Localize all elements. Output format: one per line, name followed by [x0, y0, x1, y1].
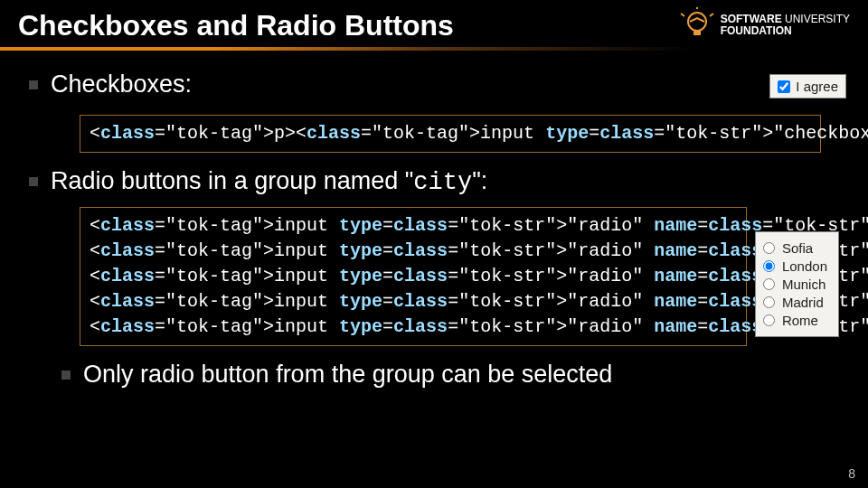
bullet-icon: [29, 177, 38, 186]
city-label: Rome: [782, 313, 818, 328]
city-label: Munich: [782, 277, 826, 292]
code-block-checkbox: <class="tok-tag">p><class="tok-tag">inpu…: [80, 115, 821, 153]
logo-line2: UNIVERSITY: [785, 13, 850, 25]
city-radio[interactable]: [763, 296, 775, 308]
bullet-checkboxes: Checkboxes:: [29, 70, 192, 99]
bullet-text: Checkboxes:: [51, 70, 192, 99]
logo-text: SOFTWARE UNIVERSITY FOUNDATION: [721, 14, 850, 36]
bullet-icon: [29, 80, 38, 89]
title-underline: [0, 47, 868, 51]
city-radio[interactable]: [763, 278, 775, 290]
bullet-text: Only radio button from the group can be …: [83, 361, 612, 389]
page-number: 8: [848, 466, 855, 481]
content: Checkboxes: I agree <class="tok-tag">p><…: [0, 63, 868, 389]
page-title: Checkboxes and Radio Buttons: [18, 9, 454, 42]
bullet-text: Radio buttons in a group named "city":: [51, 167, 487, 196]
lightbulb-icon: [679, 7, 715, 43]
radio-option[interactable]: Rome: [763, 313, 827, 328]
checkbox-demo: I agree: [769, 74, 846, 99]
logo: SOFTWARE UNIVERSITY FOUNDATION: [679, 7, 850, 43]
bullet-radio: Radio buttons in a group named "city":: [29, 167, 846, 196]
city-label: London: [782, 258, 827, 274]
bullet-post: ":: [472, 167, 487, 194]
radio-option[interactable]: Munich: [763, 277, 827, 292]
city-radio[interactable]: [763, 242, 775, 254]
city-label: Madrid: [782, 295, 824, 310]
svg-line-4: [710, 14, 713, 16]
code-block-radio: <class="tok-tag">input type=class="tok-s…: [80, 207, 747, 346]
bullet-pre: Radio buttons in a group named ": [51, 167, 413, 194]
radio-option[interactable]: Madrid: [763, 295, 827, 310]
radio-option[interactable]: Sofia: [763, 240, 827, 256]
title-bar: Checkboxes and Radio Buttons SOFTWARE UN…: [0, 0, 868, 47]
bullet-mono: city: [413, 169, 472, 196]
logo-line3: FOUNDATION: [721, 24, 792, 37]
agree-label: I agree: [796, 79, 838, 94]
bullet-icon: [61, 371, 71, 380]
svg-line-3: [681, 14, 684, 16]
bullet-only: Only radio button from the group can be …: [61, 361, 846, 389]
radio-demo: SofiaLondonMunichMadridRome: [755, 231, 839, 337]
agree-checkbox[interactable]: [778, 80, 790, 93]
city-radio[interactable]: [763, 260, 775, 272]
city-label: Sofia: [782, 240, 813, 256]
svg-rect-1: [693, 30, 701, 35]
radio-option[interactable]: London: [763, 258, 827, 274]
city-radio[interactable]: [763, 314, 775, 326]
